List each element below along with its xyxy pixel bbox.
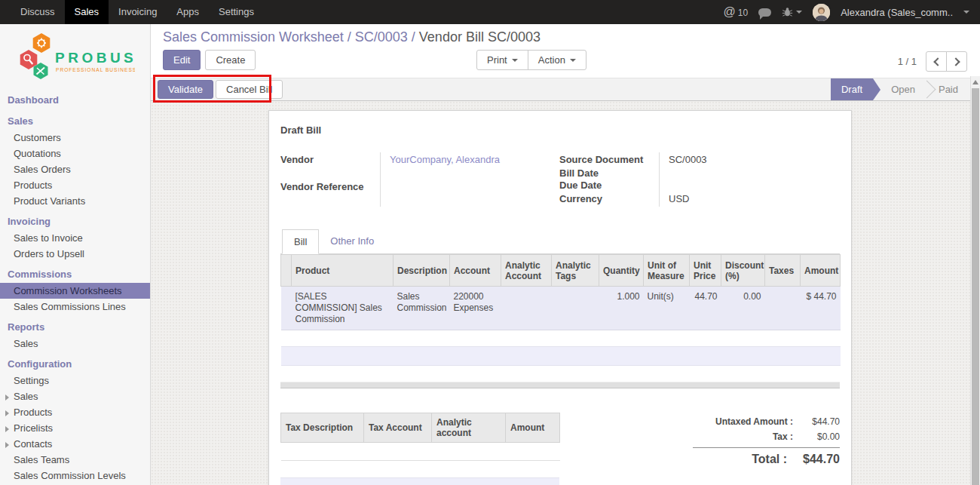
sidebar-item-settings[interactable]: Settings [0, 373, 150, 388]
action-button[interactable]: Action [528, 50, 586, 70]
sidebar-section-invoicing[interactable]: Invoicing [0, 213, 150, 230]
breadcrumb-separator: / [408, 29, 419, 45]
pager-next-button[interactable] [946, 51, 967, 72]
sidebar-item-sales-orders[interactable]: Sales Orders [0, 161, 150, 177]
vendor-bill-form: Draft Bill Vendor YourCompany, Alexandra… [268, 110, 852, 485]
validate-button[interactable]: Validate [158, 80, 213, 99]
sidebar-item-sales-to-invoice[interactable]: Sales to Invoice [0, 230, 150, 246]
chevron-down-icon [796, 11, 802, 14]
col-amount[interactable]: Amount [801, 255, 841, 287]
print-label: Print [487, 54, 507, 66]
col-account[interactable]: Account [450, 255, 501, 287]
cell-account: 220000 Expenses [450, 287, 501, 330]
sidebar-item-customers[interactable]: Customers [0, 130, 150, 146]
sidebar-item-config-contacts[interactable]: Contacts [0, 436, 150, 452]
totals-block: Untaxed Amount : $44.70 Tax : $0.00 Tota… [693, 413, 840, 485]
pager-previous-button[interactable] [926, 51, 947, 72]
col-tax-analytic-account[interactable]: Analytic account [432, 413, 506, 443]
cell-description: Sales Commission [394, 287, 450, 330]
company-logo[interactable]: PROBUSE PROFESSIONAL BUSINESS [0, 24, 150, 91]
menu-settings[interactable]: Settings [209, 0, 264, 24]
menu-invoicing[interactable]: Invoicing [109, 0, 167, 24]
sidebar-nav: Dashboard Sales Customers Quotations Sal… [0, 91, 150, 483]
cell-quantity: 1.000 [599, 287, 644, 330]
bill-state-title: Draft Bill [280, 124, 840, 136]
col-tax-description[interactable]: Tax Description [281, 413, 364, 443]
menu-discuss[interactable]: Discuss [11, 0, 65, 24]
status-bar: Validate Cancel Bill Draft Open Paid [151, 78, 970, 101]
horizontal-scrollbar[interactable] [280, 382, 840, 388]
status-draft: Draft [831, 78, 873, 100]
vertical-scrollbar[interactable] [970, 76, 980, 485]
scroll-up-button[interactable] [971, 76, 980, 87]
debug-menu[interactable] [782, 7, 802, 17]
sidebar-item-sales-teams[interactable]: Sales Teams [0, 452, 150, 468]
col-taxes[interactable]: Taxes [765, 255, 801, 287]
sidebar-section-commissions[interactable]: Commissions [0, 266, 150, 283]
scrollbar-thumb[interactable] [972, 88, 979, 485]
col-uom[interactable]: Unit of Measure [644, 255, 690, 287]
pager-counter: 1 / 1 [898, 56, 917, 67]
create-button[interactable]: Create [205, 50, 256, 70]
vendor-value[interactable]: YourCompany, Alexandra [390, 154, 500, 165]
edit-button[interactable]: Edit [163, 50, 201, 70]
menu-apps[interactable]: Apps [167, 0, 209, 24]
control-panel: Sales Commission Worksheet/SC/0003/Vendo… [151, 24, 980, 78]
sidebar-item-products[interactable]: Products [0, 177, 150, 193]
sidebar-item-reports-sales[interactable]: Sales [0, 336, 150, 351]
user-menu[interactable]: Alexandra (Sales_comm.. [841, 7, 953, 18]
triangle-up-icon [972, 80, 978, 84]
bill-date-value [659, 167, 840, 180]
avatar[interactable] [813, 4, 830, 21]
due-date-value [659, 180, 840, 192]
menu-sales[interactable]: Sales [65, 0, 109, 24]
sidebar-item-quotations[interactable]: Quotations [0, 146, 150, 161]
tax-value: $0.00 [793, 431, 840, 442]
invoice-lines-table: Product Description Account Analytic Acc… [280, 254, 841, 366]
at-icon: @ [724, 5, 736, 19]
chat-icon[interactable] [758, 8, 771, 17]
untaxed-amount-value: $44.70 [793, 416, 840, 427]
sidebar-item-product-variants[interactable]: Product Variants [0, 193, 150, 209]
tax-label: Tax : [773, 431, 793, 442]
breadcrumb-worksheets[interactable]: Sales Commission Worksheet [163, 29, 344, 45]
logo-tagline: PROFESSIONAL BUSINESS [56, 67, 135, 72]
untaxed-amount-label: Untaxed Amount : [715, 416, 793, 427]
breadcrumb-sc0003[interactable]: SC/0003 [355, 29, 408, 45]
col-discount[interactable]: Discount (%) [721, 255, 765, 287]
sidebar-item-config-pricelists[interactable]: Pricelists [0, 420, 150, 436]
sidebar-item-sales-commissions-lines[interactable]: Sales Commissions Lines [0, 299, 150, 315]
sidebar-item-config-products[interactable]: Products [0, 404, 150, 420]
sidebar-item-commission-worksheets[interactable]: Commission Worksheets [0, 283, 150, 299]
breadcrumb-current: Vendor Bill SC/0003 [419, 29, 541, 45]
col-product[interactable]: Product [292, 255, 394, 287]
cell-analytic-account [501, 287, 552, 330]
tab-other-info[interactable]: Other Info [319, 229, 385, 253]
sidebar-section-configuration[interactable]: Configuration [0, 356, 150, 373]
sidebar-item-config-sales[interactable]: Sales [0, 388, 150, 404]
tax-lines-block: Tax Description Tax Account Analytic acc… [280, 413, 559, 485]
bug-icon [782, 7, 793, 17]
tab-bill[interactable]: Bill [282, 229, 319, 254]
col-tax-amount[interactable]: Amount [506, 413, 560, 443]
field-group-right: Source Document SC/0003 Bill Date Due Da… [559, 152, 840, 207]
sidebar-section-reports[interactable]: Reports [0, 319, 150, 336]
source-document-value: SC/0003 [659, 152, 840, 167]
print-button[interactable]: Print [476, 50, 528, 70]
sidebar: PROBUSE PROFESSIONAL BUSINESS Dashboard … [0, 24, 151, 485]
activity-counter[interactable]: @ 10 [724, 5, 749, 19]
empty-tax-row [280, 477, 559, 485]
sidebar-item-dashboard[interactable]: Dashboard [0, 92, 150, 109]
col-analytic-tags[interactable]: Analytic Tags [552, 255, 599, 287]
cell-unit-price: 44.70 [690, 287, 721, 330]
col-tax-account[interactable]: Tax Account [364, 413, 432, 443]
sidebar-item-orders-to-upsell[interactable]: Orders to Upsell [0, 246, 150, 262]
col-analytic-account[interactable]: Analytic Account [501, 255, 552, 287]
sidebar-item-sales-commission-levels[interactable]: Sales Commission Levels [0, 468, 150, 483]
sidebar-section-sales[interactable]: Sales [0, 113, 150, 130]
col-quantity[interactable]: Quantity [599, 255, 644, 287]
invoice-line-row[interactable]: [SALES COMMISSION] Sales Commission Sale… [281, 287, 841, 330]
cancel-bill-button[interactable]: Cancel Bill [216, 80, 283, 99]
col-unit-price[interactable]: Unit Price [690, 255, 721, 287]
col-description[interactable]: Description [394, 255, 450, 287]
